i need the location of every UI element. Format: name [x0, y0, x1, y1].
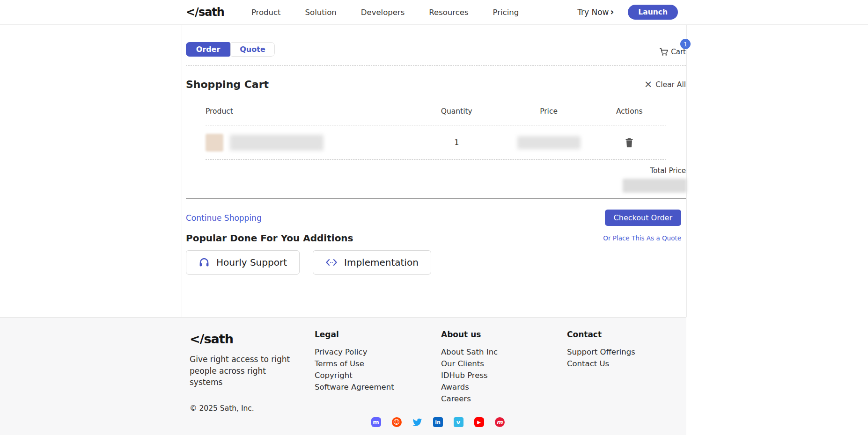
addition-hourly-support-button[interactable]: Hourly Support [186, 250, 300, 275]
continue-shopping-link[interactable]: Continue Shopping [186, 213, 262, 223]
footer-column-title: Contact [567, 330, 686, 339]
product-name-blurred [230, 135, 324, 151]
try-now-link[interactable]: Try Now › [577, 7, 614, 17]
cart-label: Cart [671, 48, 686, 56]
footer: </sath Give right access to right people… [0, 317, 686, 435]
additions-title: Popular Done For You Additions [186, 232, 353, 244]
cart-item-row: 1 [206, 125, 666, 160]
footer-column-title: About us [441, 330, 567, 339]
main-content: Order Quote 1 Cart Shopping Cart [0, 25, 868, 317]
footer-column-title: Legal [315, 330, 441, 339]
addition-label: Hourly Support [216, 257, 287, 268]
page: </sath Product Solution Developers Resou… [0, 0, 868, 435]
footer-link-software-agreement[interactable]: Software Agreement [315, 382, 441, 393]
nav-item-pricing[interactable]: Pricing [493, 8, 519, 17]
column-header-quantity: Quantity [441, 107, 472, 116]
total-price-label: Total Price [186, 167, 686, 175]
main-nav: Product Solution Developers Resources Pr… [251, 8, 519, 17]
footer-link-contact-us[interactable]: Contact Us [567, 358, 686, 370]
clear-all-label: Clear All [655, 80, 686, 89]
additions-header-row: Popular Done For You Additions Or Place … [186, 232, 686, 244]
product-thumbnail-blurred [206, 134, 223, 152]
footer-link-our-clients[interactable]: Our Clients [441, 358, 567, 370]
footer-link-privacy-policy[interactable]: Privacy Policy [315, 347, 441, 358]
quantity-value: 1 [454, 138, 459, 147]
footer-about-column: About us About Sath Inc Our Clients IDHu… [441, 330, 567, 413]
top-nav: </sath Product Solution Developers Resou… [0, 0, 868, 25]
chevron-right-icon: › [611, 7, 614, 16]
footer-link-terms-of-use[interactable]: Terms of Use [315, 358, 441, 370]
place-as-quote-link[interactable]: Or Place This As a Quote [603, 234, 681, 242]
order-quote-tabs: Order Quote [186, 42, 275, 57]
footer-columns: </sath Give right access to right people… [190, 330, 686, 413]
social-links: m ☺ in v ▶ m [190, 417, 686, 427]
nav-item-developers[interactable]: Developers [361, 8, 405, 17]
mastodon-icon[interactable]: m [371, 417, 381, 427]
twitter-icon[interactable] [412, 417, 422, 427]
product-cell [206, 134, 408, 152]
cart-actions-row: Continue Shopping Checkout Order [186, 210, 686, 226]
footer-link-awards[interactable]: Awards [441, 382, 567, 393]
vimeo-icon[interactable]: v [454, 417, 463, 427]
page-title: Shopping Cart [186, 79, 269, 90]
addition-implementation-button[interactable]: Implementation [313, 250, 431, 275]
brand-logo[interactable]: </sath [186, 6, 224, 19]
clear-all-button[interactable]: × Clear All [644, 80, 686, 89]
headset-icon [199, 257, 210, 268]
footer-link-careers[interactable]: Careers [441, 393, 567, 405]
addition-label: Implementation [344, 257, 419, 268]
nav-right: Try Now › Launch [577, 5, 678, 20]
code-brackets-icon [325, 257, 338, 268]
footer-contact-column: Contact Support Offerings Contact Us [567, 330, 686, 413]
total-price-blurred [623, 179, 687, 193]
order-toolbar: Order Quote 1 Cart [186, 25, 686, 57]
table-header-row: Product Quantity Price Actions [206, 102, 666, 125]
copyright: © 2025 Sath, Inc. [190, 404, 315, 413]
trash-icon [625, 137, 634, 148]
dashed-divider [186, 65, 686, 65]
nav-item-resources[interactable]: Resources [429, 8, 468, 17]
cart-header: Shopping Cart × Clear All [186, 79, 686, 90]
meetup-icon[interactable]: m [495, 417, 505, 427]
launch-button[interactable]: Launch [628, 5, 678, 20]
footer-brand-column: </sath Give right access to right people… [190, 330, 315, 413]
footer-link-about-sath[interactable]: About Sath Inc [441, 347, 567, 358]
footer-legal-column: Legal Privacy Policy Terms of Use Copyri… [315, 330, 441, 413]
cart-icon [659, 47, 669, 57]
order-totals: Total Price [186, 167, 686, 193]
tab-quote[interactable]: Quote [230, 42, 275, 57]
shopping-cart-section: Shopping Cart × Clear All Product Quanti… [186, 79, 686, 199]
try-now-label: Try Now [577, 7, 609, 17]
tab-order[interactable]: Order [186, 42, 230, 57]
footer-logo[interactable]: </sath [190, 332, 315, 346]
checkout-order-button[interactable]: Checkout Order [605, 210, 681, 226]
cart-indicator[interactable]: 1 Cart [659, 47, 686, 57]
column-header-price: Price [540, 107, 558, 116]
linkedin-icon[interactable]: in [433, 417, 443, 427]
column-header-product: Product [206, 107, 408, 116]
nav-item-solution[interactable]: Solution [305, 8, 337, 17]
youtube-icon[interactable]: ▶ [474, 417, 484, 427]
addition-buttons: Hourly Support Implementation [186, 250, 686, 275]
cart-table: Product Quantity Price Actions 1 [206, 102, 666, 160]
footer-tagline: Give right access to right people across… [190, 354, 300, 388]
price-value-blurred [517, 136, 581, 149]
footer-link-copyright[interactable]: Copyright [315, 370, 441, 381]
reddit-icon[interactable]: ☺ [392, 417, 402, 427]
column-header-actions: Actions [616, 107, 643, 116]
nav-item-product[interactable]: Product [251, 8, 281, 17]
footer-link-support-offerings[interactable]: Support Offerings [567, 347, 686, 358]
delete-item-button[interactable] [625, 137, 634, 148]
footer-link-idhub-press[interactable]: IDHub Press [441, 370, 567, 381]
cart-count-badge: 1 [680, 39, 691, 49]
close-icon: × [644, 80, 653, 89]
